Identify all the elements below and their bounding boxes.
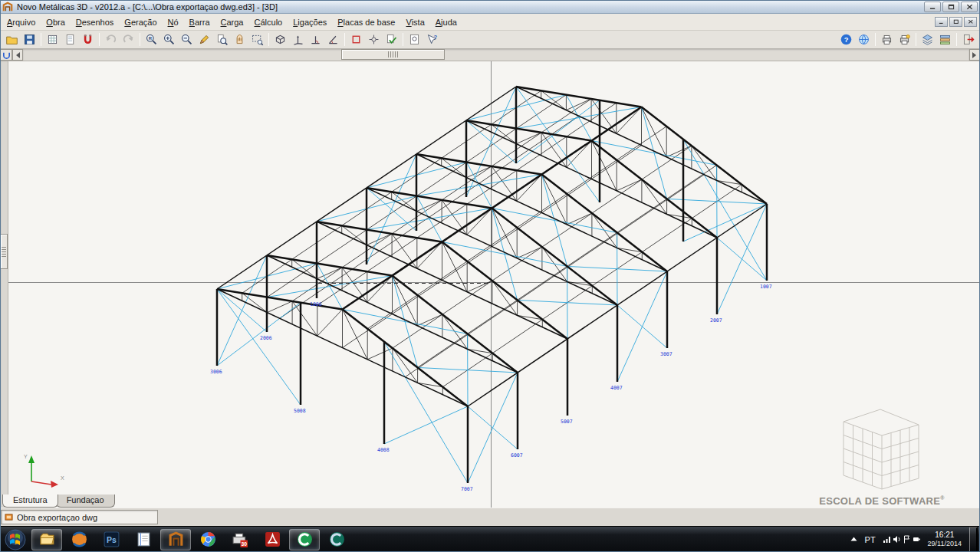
structure-canvas[interactable]: 7007600750074007300720071007300620061006… [8,61,980,508]
toolbar: R? ? [0,31,980,49]
svg-text:?: ? [433,34,437,41]
selection-box-button[interactable] [347,31,365,48]
zoom-previous-button[interactable] [213,31,231,48]
print-reports-button[interactable] [896,31,913,48]
axis-triad: Y X [19,449,68,488]
measure-button[interactable] [196,31,213,48]
hscroll-track[interactable] [23,49,969,61]
taskbar-adobe-reader-button[interactable] [257,529,288,550]
selection-box-icon [350,33,363,46]
svg-text:R: R [149,36,153,41]
flag-icon[interactable] [902,534,912,544]
hidden-icons-icon[interactable] [849,534,859,544]
tab-estrutura[interactable]: Estrutura [2,495,58,508]
taskbar-explorer-button[interactable] [31,529,62,550]
menu-barra[interactable]: Barra [184,15,215,29]
zoom-in-button[interactable] [160,31,178,48]
toolbar-separator [875,33,876,46]
menu-no[interactable]: Nó [163,15,184,29]
menu-desenhos[interactable]: Desenhos [71,15,120,29]
angle-snap-button[interactable] [324,31,342,48]
menu-geracao[interactable]: Geração [119,15,162,29]
menu-ligacoes[interactable]: Ligações [288,15,332,29]
taskbar-chrome-button[interactable] [192,529,223,550]
context-help-button[interactable]: ? [423,31,441,48]
job-data-button[interactable] [61,31,79,48]
toolbars-config-button[interactable] [936,31,954,48]
view-3d-button[interactable] [271,31,289,48]
reference-axes-button[interactable] [289,31,307,48]
menu-placas-de-base[interactable]: Placas de base [332,15,400,29]
tab-fundacao[interactable]: Fundaçao [56,495,115,508]
volume-icon[interactable] [892,534,902,544]
start-button[interactable] [0,527,31,552]
redo-button[interactable] [120,31,137,48]
taskbar-metalicas-3d-button[interactable] [160,529,191,550]
print-drawings-button[interactable] [878,31,896,48]
menu-calculo[interactable]: Cálculo [249,15,288,29]
node-label: 6007 [511,452,523,458]
taskbar: Ps30 PT 16:21 29/11/2014 [0,526,980,552]
menu-carga[interactable]: Carga [215,15,249,29]
clock[interactable]: 16:21 29/11/2014 [928,531,963,548]
print-drawings-icon [880,33,893,46]
rotate-view-button[interactable] [0,49,12,61]
exit-button[interactable] [959,31,977,48]
close-button[interactable] [961,2,978,12]
taskbar-photoshop-button[interactable]: Ps [96,529,127,550]
taskbar-camtasia-recorder-button[interactable] [289,529,320,550]
redraw-button[interactable]: R [143,31,160,48]
svg-text:Ps: Ps [107,536,117,544]
taskbar-camtasia-studio-button[interactable] [321,529,352,550]
object-snap-button[interactable] [365,31,383,48]
show-desktop-button[interactable] [969,527,978,552]
zoom-previous-icon [215,33,229,46]
vscroll-thumb[interactable] [0,234,8,269]
x-axis-arrow [31,481,51,485]
restore-button[interactable] [942,2,959,12]
undo-button[interactable] [102,31,120,48]
taskbar-pdf-printer-button[interactable]: 30 [225,529,255,550]
structure-model [217,87,767,483]
language-indicator[interactable]: PT [865,535,876,544]
node-label: 3006 [210,369,222,375]
help-button[interactable]: ? [837,31,855,48]
taskbar-media-player-button[interactable] [64,529,94,550]
save-button[interactable] [21,31,38,48]
print-preview-button[interactable] [406,31,423,48]
check-job-button[interactable] [383,31,400,48]
camtasia-recorder-icon [296,531,314,548]
mdi-restore-button[interactable] [949,17,962,27]
menu-vista[interactable]: Vista [400,15,429,29]
drawing-templates-button[interactable] [44,31,61,48]
hscroll-thumb[interactable] [341,49,445,60]
vertical-rotation-bar[interactable] [0,61,8,508]
mdi-window-buttons [935,17,977,27]
network-icon[interactable] [882,534,892,544]
power-icon[interactable] [912,534,922,544]
tray-icons [849,534,859,544]
toolbar-left-group: R? [3,31,441,48]
snap-magnet-button[interactable] [79,31,97,48]
photoshop-icon: Ps [103,531,120,548]
hscroll-left-arrow[interactable] [12,49,23,61]
zoom-window-icon [251,33,264,46]
hscroll-right-arrow[interactable] [969,49,980,61]
menu-obra[interactable]: Obra [41,15,70,29]
mdi-close-button[interactable] [964,17,977,27]
zoom-window-button[interactable] [248,31,266,48]
taskbar-notes-button[interactable] [128,529,159,550]
zoom-out-button[interactable] [178,31,196,48]
cype-web-button[interactable] [855,31,873,48]
minimize-button[interactable] [924,2,941,12]
menu-ajuda[interactable]: Ajuda [430,15,462,29]
open-button[interactable] [3,31,21,48]
angle-snap-icon [327,33,340,46]
mdi-minimize-button[interactable] [935,17,948,27]
menu-arquivo[interactable]: Arquivo [2,15,41,29]
pan-button[interactable] [231,31,248,48]
ortho-mode-button[interactable] [307,31,324,48]
toolbar-separator [403,33,403,46]
svg-text:30: 30 [241,541,247,547]
layers-button[interactable] [919,31,936,48]
